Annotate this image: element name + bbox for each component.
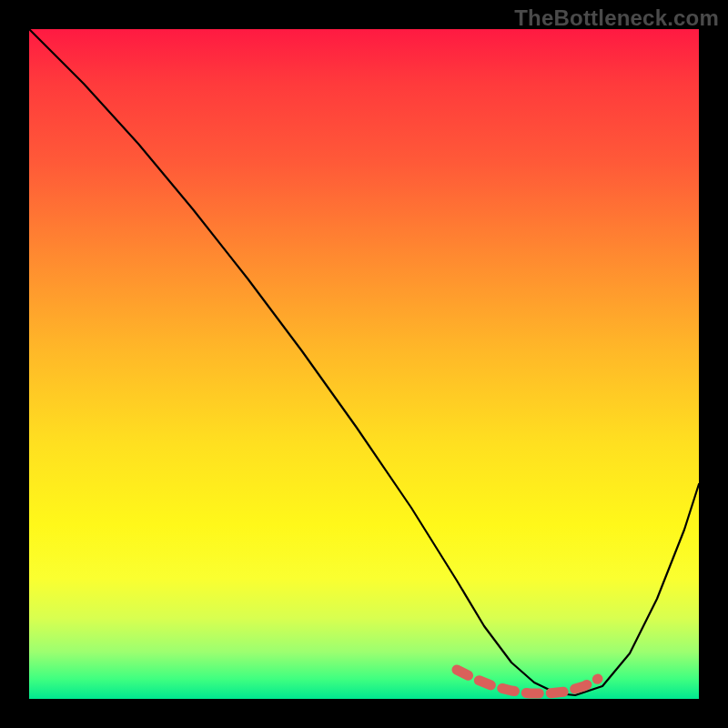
- bottleneck-curve: [29, 29, 699, 695]
- chart-frame: TheBottleneck.com: [0, 0, 728, 728]
- plot-area: [29, 29, 699, 699]
- watermark-text: TheBottleneck.com: [514, 5, 719, 31]
- curve-svg: [29, 29, 699, 699]
- optimal-band: [457, 670, 598, 693]
